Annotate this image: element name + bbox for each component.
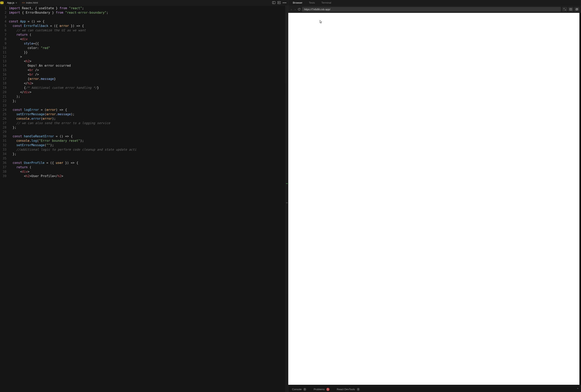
new-window-icon[interactable] — [574, 7, 580, 11]
close-icon[interactable]: × — [16, 1, 17, 4]
expand-icon[interactable] — [562, 7, 567, 11]
chevron-up-icon[interactable]: ⌃ — [574, 388, 581, 391]
browser-viewport[interactable] — [288, 13, 580, 385]
language-chip: JS — [0, 1, 4, 4]
more-icon[interactable]: ••• — [283, 1, 287, 4]
preview-play-icon[interactable] — [278, 1, 281, 4]
editor-tab-app-js[interactable]: App.js × — [4, 0, 20, 5]
url-text: https://7x6d9t.csb.app/ — [304, 8, 330, 11]
minimap[interactable] — [285, 6, 288, 392]
count-badge: 1 — [326, 388, 330, 391]
browser-toolbar: ‹ › https://7x6d9t.csb.app/ — [288, 6, 581, 13]
split-columns-icon[interactable] — [568, 7, 573, 11]
line-gutter: 1234567891011121314151617181920212223242… — [0, 6, 9, 178]
reload-icon[interactable] — [298, 8, 301, 11]
svg-rect-0 — [272, 1, 275, 4]
bottom-tab-console[interactable]: Console 0 — [288, 388, 310, 391]
tab-label: index.html — [26, 1, 38, 4]
editor-tab-bar: JS App.js × <> index.html ••• — [0, 0, 288, 6]
panel-tab-tests[interactable]: Tests — [306, 0, 318, 5]
back-icon[interactable]: ‹ — [290, 8, 292, 11]
tab-label: App.js — [7, 1, 14, 4]
count-badge: 0 — [303, 388, 306, 391]
editor-pane: JS App.js × <> index.html ••• 1234567891… — [0, 0, 288, 392]
bottom-tab-label: Problems — [314, 388, 325, 391]
split-left-icon[interactable] — [272, 1, 276, 4]
bottom-tab-problems[interactable]: Problems 1 — [310, 388, 333, 391]
bottom-tab-label: React DevTools — [337, 388, 355, 391]
editor-tab-index-html[interactable]: <> index.html — [20, 0, 40, 5]
editor-actions: ••• — [272, 1, 288, 4]
preview-pane: Browser Tests Terminal ‹ › https://7x6d9… — [288, 0, 581, 392]
count-badge: 0 — [357, 388, 360, 391]
panel-tab-bar: Browser Tests Terminal — [288, 0, 581, 6]
bottom-tab-react-devtools[interactable]: React DevTools 0 — [333, 388, 364, 391]
code-area[interactable]: 1234567891011121314151617181920212223242… — [0, 6, 288, 392]
html-file-icon: <> — [22, 1, 25, 4]
bottom-panel-bar: Console 0 Problems 1 React DevTools 0 ⌃ — [288, 386, 581, 392]
url-input[interactable]: https://7x6d9t.csb.app/ — [302, 7, 561, 12]
bottom-tab-label: Console — [292, 388, 302, 391]
panel-tab-terminal[interactable]: Terminal — [318, 0, 334, 5]
forward-icon[interactable]: › — [294, 8, 296, 11]
panel-tab-browser[interactable]: Browser — [290, 0, 306, 5]
code-source[interactable]: import React, { useState } from "react";… — [9, 6, 288, 178]
